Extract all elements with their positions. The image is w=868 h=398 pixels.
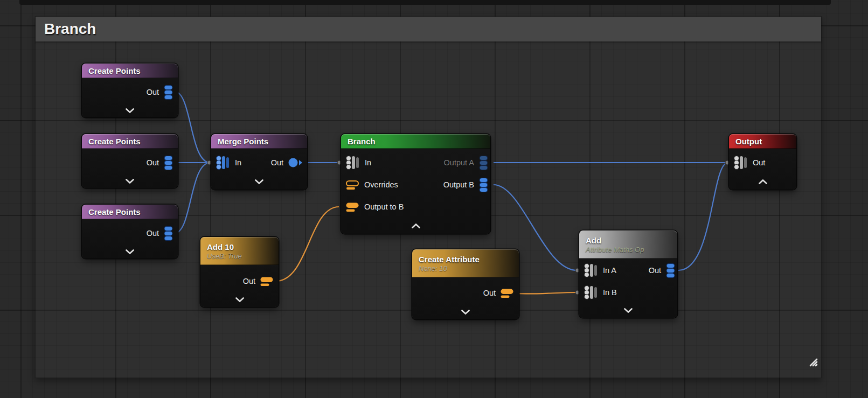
pin-label-in-b: In B xyxy=(603,288,617,297)
node-create-points-2[interactable]: Create Points Out xyxy=(82,134,178,188)
comment-header[interactable]: Branch xyxy=(36,17,821,41)
pin-label-in: In xyxy=(365,158,371,167)
pin-label-out: Out xyxy=(271,158,283,167)
multi-data-pin-icon[interactable] xyxy=(216,155,230,170)
node-add[interactable]: Add Attribute Maths Op In A Out xyxy=(579,231,677,318)
collapse-chevron-icon[interactable] xyxy=(579,308,677,313)
node-subtitle: Attribute Maths Op xyxy=(586,246,644,253)
node-title: Merge Points xyxy=(218,137,268,145)
multi-data-pin-icon[interactable] xyxy=(584,285,598,300)
param-pin-icon[interactable] xyxy=(260,277,274,286)
collapse-chevron-icon[interactable] xyxy=(82,179,178,184)
param-pin-icon[interactable] xyxy=(501,289,514,298)
node-branch[interactable]: Branch In Output A xyxy=(341,134,490,234)
node-title: Add 10 xyxy=(207,243,234,251)
graph-canvas[interactable]: Branch Create Points xyxy=(0,0,868,398)
node-header[interactable]: Merge Points xyxy=(211,134,307,149)
node-title: Create Attribute xyxy=(419,255,480,263)
param-pin-icon[interactable] xyxy=(346,203,359,212)
panel-top-edge xyxy=(19,0,831,5)
pin-label-out: Out xyxy=(147,229,159,238)
collapse-chevron-icon[interactable] xyxy=(82,249,178,254)
node-title: Add xyxy=(586,236,601,245)
points-data-pin-icon[interactable] xyxy=(164,156,173,170)
node-title: Branch xyxy=(348,137,376,145)
node-header[interactable]: Create Points xyxy=(82,134,178,149)
comment-title: Branch xyxy=(44,20,96,38)
node-create-points-3[interactable]: Create Points Out xyxy=(82,205,178,259)
multi-data-pin-icon[interactable] xyxy=(734,155,748,170)
multi-data-pin-icon[interactable] xyxy=(346,155,360,170)
pin-label-out: Out xyxy=(753,158,765,167)
expand-chevron-icon[interactable] xyxy=(729,179,796,184)
pin-label-out: Out xyxy=(243,277,255,285)
node-header[interactable]: Create Points xyxy=(82,205,178,219)
pin-label-out: Out xyxy=(147,88,159,96)
points-data-pin-icon[interactable] xyxy=(479,178,488,192)
circle-out-pin-icon[interactable] xyxy=(288,157,302,168)
points-data-pin-icon[interactable] xyxy=(666,263,675,278)
override-pin-icon[interactable] xyxy=(346,180,359,190)
pin-label-out: Out xyxy=(483,289,496,297)
node-header[interactable]: Branch xyxy=(341,134,490,149)
expand-chevron-icon[interactable] xyxy=(341,224,490,228)
pin-label-in-a: In A xyxy=(603,266,616,275)
pin-label-in: In xyxy=(235,158,241,167)
node-output[interactable]: Output Out xyxy=(729,134,796,190)
pin-label-output-to-b: Output to B xyxy=(364,203,404,211)
pin-label-out: Out xyxy=(649,266,661,275)
node-title: Create Points xyxy=(88,208,141,216)
pin-label-output-a: Output A xyxy=(444,158,474,167)
points-data-pin-icon[interactable] xyxy=(164,85,173,100)
node-title: Output xyxy=(735,137,762,145)
node-create-points-1[interactable]: Create Points Out xyxy=(82,64,178,117)
node-title: Create Points xyxy=(88,67,141,75)
points-data-pin-icon[interactable] xyxy=(164,226,173,241)
comment-resize-grip[interactable] xyxy=(805,354,818,367)
node-create-attribute[interactable]: Create Attribute None: 10 Out xyxy=(412,249,519,319)
collapse-chevron-icon[interactable] xyxy=(200,297,279,302)
node-add-10[interactable]: Add 10 UseB: True Out xyxy=(200,237,279,307)
node-merge-points[interactable]: Merge Points In Out xyxy=(211,134,307,190)
multi-data-pin-icon[interactable] xyxy=(584,263,598,278)
node-subtitle: UseB: True xyxy=(207,253,242,260)
node-header[interactable]: Add 10 UseB: True xyxy=(200,237,279,265)
pin-label-output-b: Output B xyxy=(443,180,474,189)
node-header[interactable]: Add Attribute Maths Op xyxy=(579,231,677,259)
collapse-chevron-icon[interactable] xyxy=(211,179,307,184)
node-header[interactable]: Output xyxy=(729,134,796,149)
points-data-pin-icon[interactable] xyxy=(479,156,488,170)
node-header[interactable]: Create Points xyxy=(82,64,178,78)
pin-label-out: Out xyxy=(147,158,159,167)
pin-label-overrides: Overrides xyxy=(364,180,398,189)
node-title: Create Points xyxy=(88,137,141,145)
collapse-chevron-icon[interactable] xyxy=(412,310,519,315)
node-subtitle: None: 10 xyxy=(419,265,447,272)
collapse-chevron-icon[interactable] xyxy=(82,108,178,113)
node-header[interactable]: Create Attribute None: 10 xyxy=(412,249,519,277)
